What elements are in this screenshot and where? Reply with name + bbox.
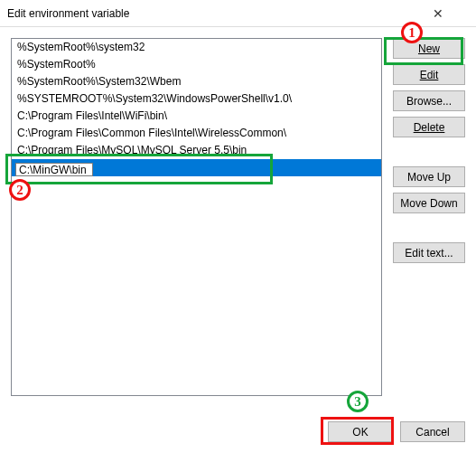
list-item[interactable]: %SystemRoot%\System32\Wbem bbox=[12, 73, 381, 90]
new-button[interactable]: New bbox=[393, 38, 465, 59]
list-item-selected[interactable] bbox=[12, 159, 381, 176]
cancel-button[interactable]: Cancel bbox=[400, 421, 465, 442]
list-item[interactable]: %SystemRoot% bbox=[12, 56, 381, 73]
list-item[interactable]: C:\Program Files\Intel\WiFi\bin\ bbox=[12, 108, 381, 125]
move-up-button[interactable]: Move Up bbox=[393, 166, 465, 187]
edit-text-button[interactable]: Edit text... bbox=[393, 242, 465, 263]
dialog-footer: OK Cancel bbox=[328, 421, 465, 442]
list-item[interactable]: C:\Program Files\Common Files\Intel\Wire… bbox=[12, 125, 381, 142]
list-container: %SystemRoot%\system32 %SystemRoot% %Syst… bbox=[11, 38, 382, 396]
inline-edit-input[interactable] bbox=[15, 163, 93, 176]
side-buttons: New Edit Browse... Delete Move Up Move D… bbox=[393, 38, 465, 396]
list-item[interactable]: %SystemRoot%\system32 bbox=[12, 39, 381, 56]
ok-button[interactable]: OK bbox=[328, 421, 393, 442]
edit-button[interactable]: Edit bbox=[393, 64, 465, 85]
delete-button[interactable]: Delete bbox=[393, 117, 465, 137]
move-down-button[interactable]: Move Down bbox=[393, 193, 465, 213]
window-title: Edit environment variable bbox=[7, 7, 433, 20]
title-bar: Edit environment variable ✕ bbox=[0, 0, 476, 27]
browse-button[interactable]: Browse... bbox=[393, 90, 465, 111]
dialog-body: %SystemRoot%\system32 %SystemRoot% %Syst… bbox=[0, 27, 476, 407]
close-button[interactable]: ✕ bbox=[433, 1, 469, 26]
list-item[interactable]: %SYSTEMROOT%\System32\WindowsPowerShell\… bbox=[12, 90, 381, 108]
path-listbox[interactable]: %SystemRoot%\system32 %SystemRoot% %Syst… bbox=[11, 38, 382, 396]
list-item[interactable]: C:\Program Files\MySQL\MySQL Server 5.5\… bbox=[12, 142, 381, 159]
spacer bbox=[393, 143, 465, 161]
spacer bbox=[393, 219, 465, 237]
close-icon: ✕ bbox=[433, 6, 469, 21]
